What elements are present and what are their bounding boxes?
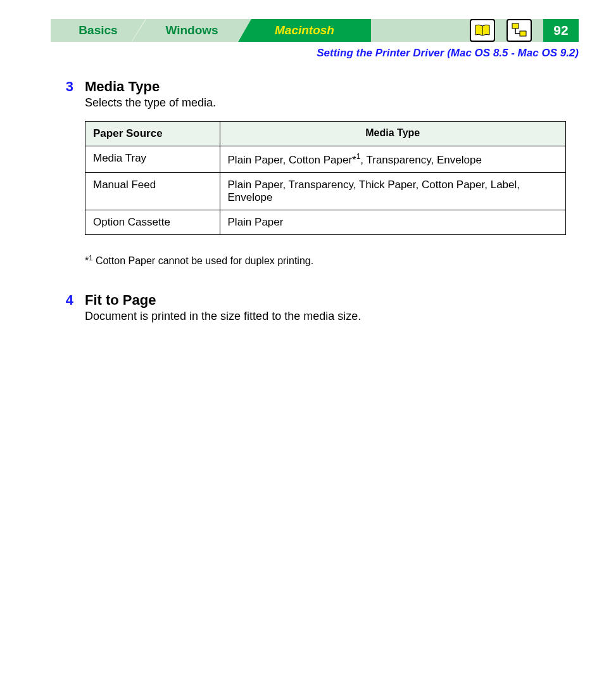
table-row: Media Tray Plain Paper, Cotton Paper*1, …	[85, 146, 566, 173]
tab-label: Macintosh	[275, 23, 334, 37]
tab-label: Windows	[165, 23, 218, 37]
book-icon[interactable]	[470, 19, 495, 42]
step-3: 3 Media Type Selects the type of media. …	[62, 79, 566, 286]
step-title: Fit to Page	[85, 292, 566, 309]
footnote-text: Cotton Paper cannot be used for duplex p…	[92, 255, 313, 266]
media-table: Paper Source Media Type Media Tray Plain…	[85, 121, 566, 235]
step-4: 4 Fit to Page Document is printed in the…	[62, 292, 566, 334]
cell-source: Manual Feed	[85, 172, 220, 210]
step-desc: Selects the type of media.	[85, 96, 566, 110]
cell-source: Option Cassette	[85, 210, 220, 234]
cell-media: Plain Paper	[220, 210, 565, 234]
tab-basics[interactable]: Basics	[51, 19, 146, 42]
tab-macintosh[interactable]: Macintosh	[238, 19, 371, 42]
tab-windows[interactable]: Windows	[132, 19, 252, 42]
page-content: 3 Media Type Selects the type of media. …	[62, 79, 566, 334]
cell-source: Media Tray	[85, 146, 220, 173]
cell-text: , Transparency, Envelope	[360, 154, 482, 166]
step-number: 3	[62, 79, 73, 286]
th-paper-source: Paper Source	[85, 122, 220, 146]
table-row: Manual Feed Plain Paper, Transparency, T…	[85, 172, 566, 210]
step-title: Media Type	[85, 79, 566, 95]
footnote: *1 Cotton Paper cannot be used for duple…	[85, 254, 566, 267]
step-desc: Document is printed in the size fitted t…	[85, 310, 566, 323]
page-number: 92	[543, 19, 579, 42]
cell-media: Plain Paper, Cotton Paper*1, Transparenc…	[220, 146, 565, 173]
cell-text: Plain Paper, Cotton Paper*	[228, 154, 356, 166]
svg-rect-1	[512, 23, 519, 29]
table-row: Option Cassette Plain Paper	[85, 210, 566, 234]
tab-label: Basics	[79, 23, 117, 37]
step-number: 4	[62, 292, 73, 334]
svg-rect-2	[520, 31, 526, 36]
header-bar: 92	[371, 19, 579, 42]
breadcrumb[interactable]: Setting the Printer Driver (Mac OS 8.5 -…	[0, 47, 579, 60]
page-number-text: 92	[553, 23, 568, 38]
th-media-type: Media Type	[220, 122, 565, 146]
cell-media: Plain Paper, Transparency, Thick Paper, …	[220, 172, 565, 210]
header-tabs: Basics Windows Macintosh 92	[51, 19, 579, 42]
network-icon[interactable]	[506, 19, 532, 42]
table-header-row: Paper Source Media Type	[85, 122, 566, 146]
